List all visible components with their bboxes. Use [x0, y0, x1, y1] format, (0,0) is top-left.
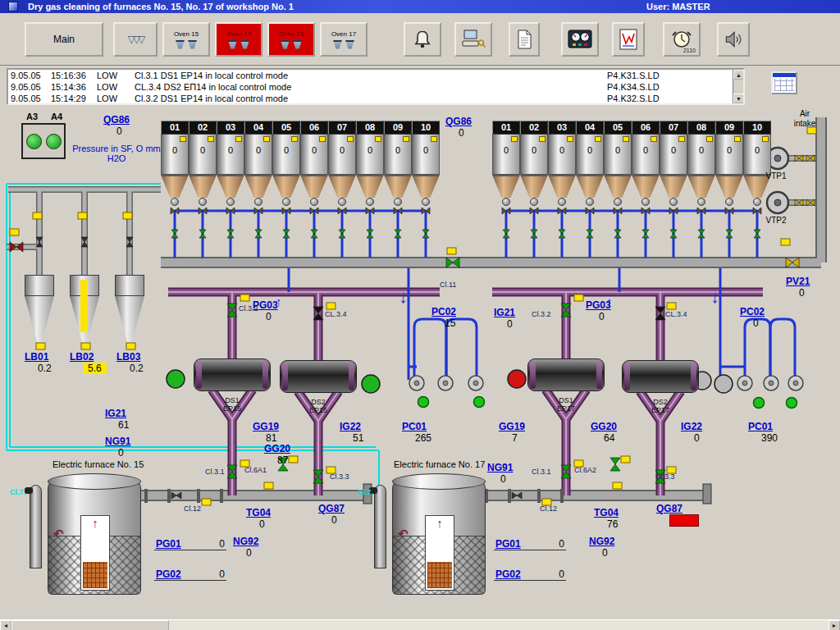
limit-switch-box[interactable] [326, 303, 336, 309]
instrument-label-pg01_17[interactable]: PG01 [495, 538, 521, 550]
valve-icon[interactable] [10, 242, 23, 252]
hopper-number-button[interactable]: 02 [189, 121, 217, 135]
valve-icon[interactable] [227, 230, 234, 238]
motor-icon[interactable] [714, 375, 733, 393]
valve-icon[interactable] [614, 230, 621, 238]
esp-vessel-ds2-ep17[interactable] [622, 360, 699, 393]
hopper-number-button[interactable]: 01 [161, 121, 189, 135]
limit-switch-box[interactable] [36, 343, 45, 349]
oven-17-button-1[interactable]: Oven 17 [215, 22, 262, 57]
cyclone-lb02[interactable] [70, 275, 99, 342]
valve-icon[interactable] [754, 230, 760, 238]
instrument-label-ig21_mid[interactable]: IG21 [494, 307, 515, 318]
valve-icon[interactable] [698, 230, 705, 238]
valve-icon[interactable] [610, 458, 620, 471]
instrument-label-ig22_17[interactable]: IG22 [681, 421, 702, 432]
hopper-number-button[interactable]: 09 [384, 121, 412, 135]
hopper-number-button[interactable]: 01 [492, 121, 520, 135]
instrument-label-lb03[interactable]: LB03 [116, 351, 144, 363]
limit-switch-box[interactable] [240, 294, 249, 301]
alarm-summary-window-icon[interactable] [771, 71, 797, 94]
hopper-number-button[interactable]: 10 [412, 121, 440, 135]
instrument-label-pv21[interactable]: PV21 [786, 276, 810, 287]
hopper-number-button[interactable]: 10 [743, 121, 771, 135]
oven-17-button-2[interactable]: Oven 17 [320, 22, 368, 57]
limit-switch-box[interactable] [78, 212, 87, 219]
valve-icon[interactable] [339, 230, 345, 238]
instrument-label-ng92_15[interactable]: NG92 [233, 536, 258, 547]
limit-switch-box[interactable] [202, 499, 211, 505]
valve-icon[interactable] [587, 230, 593, 238]
electric-furnace-17[interactable]: ↑ ↶ [392, 480, 486, 595]
valve-icon[interactable] [642, 230, 649, 238]
hopper-number-button[interactable]: 04 [244, 121, 272, 135]
main-button[interactable]: Main [25, 22, 103, 57]
alarm-clock-button[interactable]: 2110 [663, 22, 701, 57]
limit-switch-box[interactable] [33, 212, 42, 219]
valve-icon[interactable] [670, 230, 677, 238]
instrument-label-gg19_15[interactable]: GG19 [253, 421, 279, 432]
instrument-label-qg86_right[interactable]: QG86 [445, 116, 472, 127]
alarm-list-scrollbar[interactable]: ▲ ▼ [733, 70, 743, 103]
oven-15-button-1[interactable]: Oven 15 [162, 22, 210, 57]
limit-switch-box[interactable] [10, 229, 19, 235]
instrument-label-ng91_17[interactable]: NG91 [487, 462, 513, 473]
instrument-label-qg87_17[interactable]: QG87 [656, 503, 699, 514]
instrument-label-lb01[interactable]: LB01 [25, 351, 52, 363]
alarm-row[interactable]: 9.05.05 15:14:29 LOW Cl.3.2 DS1 EP14 in … [8, 93, 743, 104]
valve-icon[interactable] [171, 230, 178, 238]
scroll-up-icon[interactable]: ▲ [733, 70, 744, 80]
motor-icon[interactable] [362, 375, 380, 393]
scroll-left-icon[interactable]: ◄ [0, 620, 11, 630]
instrument-label-gg20_15[interactable]: GG20 [264, 443, 290, 454]
instrument-label-pc01_right[interactable]: PC01 [748, 421, 778, 432]
hopper-number-button[interactable]: 06 [300, 121, 328, 135]
hopper-number-button[interactable]: 09 [715, 121, 743, 135]
instrument-label-tg04_17[interactable]: TG04 [594, 507, 619, 518]
limit-switch-box[interactable] [621, 456, 630, 463]
valve-icon[interactable] [311, 230, 317, 238]
hopper-number-button[interactable]: 08 [356, 121, 384, 135]
valve-icon[interactable] [199, 230, 206, 238]
instrument-label-ig22_15[interactable]: IG22 [340, 421, 363, 432]
valve-icon[interactable] [255, 230, 262, 238]
hopper-number-button[interactable]: 04 [576, 121, 604, 135]
instrument-label-tg04_15[interactable]: TG04 [246, 507, 271, 518]
limit-switch-box[interactable] [126, 343, 135, 349]
horizontal-scrollbar[interactable]: ◄ ► [0, 619, 840, 630]
alarm-row[interactable]: 9.05.05 15:16:36 LOW Cl.3.1 DS1 EP14 in … [8, 70, 743, 81]
valve-icon[interactable] [531, 230, 537, 238]
valve-icon[interactable] [367, 230, 373, 238]
hopper-number-button[interactable]: 05 [272, 121, 300, 135]
electric-furnace-15[interactable]: ↑ ↶ [48, 480, 141, 595]
scrollbar-thumb[interactable] [11, 620, 169, 630]
alarm-bell-button[interactable] [404, 22, 441, 57]
instrument-label-pg02_15[interactable]: PG02 [156, 568, 181, 580]
instrument-label-pg03_right[interactable]: PG03 [586, 299, 611, 311]
hopper-number-button[interactable]: 05 [604, 121, 632, 135]
report-button[interactable] [509, 22, 540, 57]
instrument-label-qg87_15[interactable]: QG87 [318, 503, 345, 514]
hopper-number-button[interactable]: 03 [548, 121, 576, 135]
hopper-number-button[interactable]: 03 [217, 121, 244, 135]
trend-button[interactable] [612, 22, 645, 57]
instrument-label-pc02_right[interactable]: PC02 [740, 306, 765, 317]
limit-switch-box[interactable] [613, 482, 622, 489]
motor-icon[interactable] [508, 370, 526, 388]
hopper-number-button[interactable]: 06 [632, 121, 660, 135]
meters-button[interactable] [561, 22, 599, 57]
instrument-label-gg19_17[interactable]: GG19 [499, 421, 525, 432]
esp-vessel-ds1-ep17[interactable] [527, 358, 605, 391]
valve-icon[interactable] [283, 230, 290, 238]
esp-vessel-ds1-ep15[interactable] [194, 358, 271, 391]
workstation-button[interactable] [454, 22, 492, 57]
valve-icon[interactable] [726, 230, 733, 238]
alarm-row[interactable]: 9.05.05 15:14:36 LOW CL.3.4 DS2 ЕП14 in … [8, 81, 743, 93]
limit-switch-box[interactable] [264, 482, 273, 489]
hopper-number-button[interactable]: 07 [660, 121, 687, 135]
valve-icon[interactable] [503, 230, 509, 238]
instrument-label-ng91_left[interactable]: NG91 [105, 436, 130, 447]
oven-15-button-2[interactable]: Oven 15 [267, 22, 315, 57]
instrument-label-pc02_left[interactable]: PC02 [431, 306, 456, 317]
hopper-number-button[interactable]: 08 [687, 121, 715, 135]
